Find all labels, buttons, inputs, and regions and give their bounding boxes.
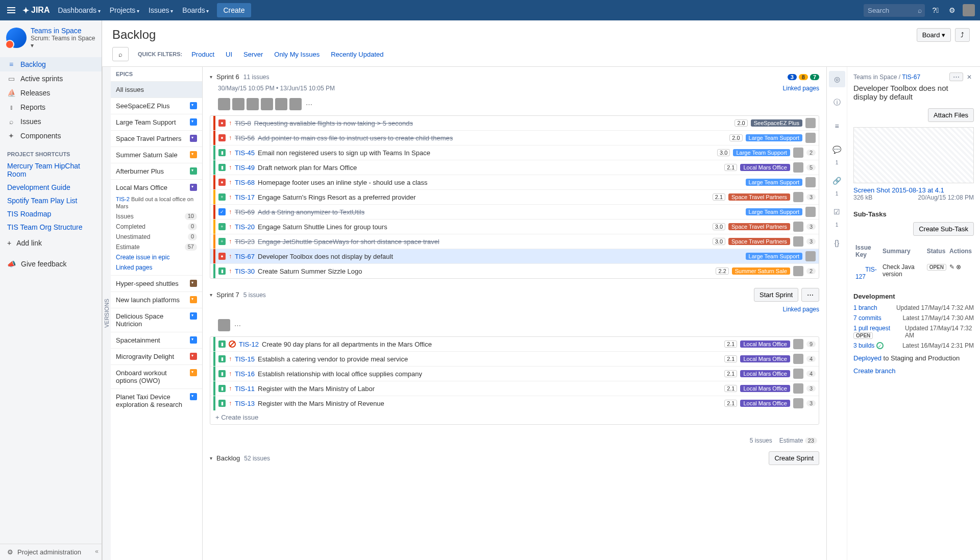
epic-linked-pages[interactable]: Linked pages — [116, 264, 197, 271]
issue-assignee-avatar[interactable] — [793, 354, 803, 364]
detail-tab-details-icon[interactable]: ◎ — [829, 71, 845, 87]
issue-epic-tag[interactable]: Large Team Support — [733, 149, 790, 156]
sprint-member-avatar[interactable] — [218, 319, 230, 331]
start-sprint-button[interactable]: Start Sprint — [754, 288, 798, 302]
issue-assignee-avatar[interactable] — [793, 266, 803, 276]
issue-row[interactable]: ▮↑TIS-16Establish relationship with loca… — [210, 366, 819, 381]
sprint-member-avatar[interactable] — [232, 98, 244, 110]
issue-key[interactable]: TIS-68 — [235, 179, 255, 186]
epic-color-chip[interactable] — [190, 151, 197, 158]
nav-issues[interactable]: Issues — [145, 4, 176, 16]
issue-assignee-avatar[interactable] — [793, 222, 803, 232]
issue-assignee-avatar[interactable] — [805, 251, 816, 261]
create-sprint-button[interactable]: Create Sprint — [769, 451, 819, 465]
sprint-member-avatar[interactable] — [218, 98, 230, 110]
detail-tab-comments-icon[interactable]: 💬 — [829, 141, 845, 158]
sprint-member-avatar[interactable] — [247, 98, 259, 110]
epic-item[interactable]: Delicious Space Nutricion — [111, 308, 202, 332]
issue-key[interactable]: TIS-49 — [235, 164, 255, 172]
epic-color-chip[interactable] — [190, 118, 197, 126]
issue-assignee-avatar[interactable] — [805, 118, 816, 128]
epic-item[interactable]: SeeSpaceEZ Plus — [111, 98, 202, 114]
sprint-actions-menu[interactable]: ⋯ — [801, 288, 819, 302]
shortcut-link[interactable]: Mercury Team HipChat Room — [0, 159, 102, 181]
issue-row[interactable]: ▮↑TIS-11Register with the Mars Ministry … — [210, 381, 819, 396]
sidebar-issues[interactable]: ⌕Issues — [0, 114, 102, 129]
filter-server[interactable]: Server — [243, 51, 263, 58]
subtask-row[interactable]: TIS-127 Check Java version OPEN ✎ ⊗ — [854, 261, 973, 282]
project-header[interactable]: Teams in Space Scrum: Teams in Space ▾ — [0, 20, 102, 55]
create-branch-link[interactable]: Create branch — [853, 367, 895, 375]
sidebar-active-sprints[interactable]: ▭Active sprints — [0, 71, 102, 86]
delete-icon[interactable]: ⊗ — [956, 263, 961, 271]
issue-key[interactable]: TIS-23 — [235, 238, 255, 246]
issue-row[interactable]: ▮TIS-12Create 90 day plans for all depar… — [210, 337, 819, 351]
shortcut-link[interactable]: Development Guide — [0, 181, 102, 194]
issue-epic-tag[interactable]: Local Mars Office — [740, 400, 790, 407]
issue-row[interactable]: ▮↑TIS-30Create Saturn Summer Sizzle Logo… — [210, 263, 819, 278]
add-link[interactable]: +Add link — [0, 234, 102, 250]
issue-key[interactable]: TIS-67 — [235, 253, 255, 260]
epic-item[interactable]: Large Team Support — [111, 114, 202, 130]
sprint-member-avatar[interactable] — [289, 98, 302, 110]
sprint-toggle-icon[interactable]: ▾ — [210, 292, 212, 298]
epic-item[interactable]: Afterburner Plus — [111, 163, 202, 179]
epic-color-chip[interactable] — [190, 369, 197, 376]
epic-color-chip[interactable] — [190, 312, 197, 320]
issue-assignee-avatar[interactable] — [793, 369, 803, 379]
attachment-thumbnail[interactable] — [853, 127, 974, 183]
issue-key[interactable]: TIS-20 — [235, 223, 255, 231]
epic-color-chip[interactable] — [190, 102, 197, 109]
issue-assignee-avatar[interactable] — [793, 148, 803, 158]
issue-epic-tag[interactable]: Local Mars Office — [740, 355, 790, 362]
shortcut-link[interactable]: TIS Roadmap — [0, 207, 102, 221]
collapse-sidebar-icon[interactable]: « — [95, 548, 99, 555]
issue-epic-tag[interactable]: Local Mars Office — [740, 164, 790, 171]
issue-assignee-avatar[interactable] — [805, 177, 816, 187]
sprint-member-avatar[interactable] — [261, 98, 273, 110]
detail-crumb-key[interactable]: TIS-67 — [902, 74, 920, 81]
create-subtask-button[interactable]: Create Sub-Task — [913, 222, 974, 236]
sidebar-backlog[interactable]: ≡Backlog — [0, 57, 102, 71]
epic-item[interactable]: Planet Taxi Device exploration & researc… — [111, 388, 202, 412]
epic-color-chip[interactable] — [190, 184, 197, 191]
create-button[interactable]: Create — [217, 3, 251, 17]
issue-epic-tag[interactable]: Large Team Support — [746, 208, 802, 215]
epic-item[interactable]: New launch platforms — [111, 291, 202, 308]
issue-epic-tag[interactable]: SeeSpaceEZ Plus — [751, 119, 802, 127]
board-dropdown[interactable]: Board ▾ — [917, 28, 951, 42]
detail-actions-menu[interactable]: ⋯ — [949, 72, 963, 81]
issue-key[interactable]: TIS-69 — [235, 208, 255, 216]
epic-expanded[interactable]: Local Mars Office — [111, 179, 202, 196]
issue-row[interactable]: ▮↑TIS-45Email non registered users to si… — [210, 145, 819, 160]
detail-tab-subtasks-icon[interactable]: ☑ — [829, 204, 845, 220]
epic-item[interactable]: Summer Saturn Sale — [111, 147, 202, 163]
detail-tab-description-icon[interactable]: ≡ — [829, 118, 845, 134]
issue-row[interactable]: +↑TIS-23Engage JetShuttle SpaceWays for … — [210, 234, 819, 249]
help-icon[interactable]: ?⃝ — [930, 5, 941, 16]
sidebar-releases[interactable]: ⛵Releases — [0, 86, 102, 100]
issue-assignee-avatar[interactable] — [805, 133, 816, 143]
epic-item[interactable]: Hyper-speed shuttles — [111, 275, 202, 291]
jira-logo[interactable]: ✦JIRA — [22, 6, 50, 15]
issue-epic-tag[interactable]: Space Travel Partners — [728, 238, 790, 245]
issue-row[interactable]: +↑TIS-17Engage Saturn's Rings Resort as … — [210, 189, 819, 204]
issue-epic-tag[interactable]: Space Travel Partners — [728, 193, 790, 201]
issue-row[interactable]: ●↑TIS-8Requesting avaliable flights is n… — [210, 116, 819, 130]
issue-row[interactable]: ▮↑TIS-13Register with the Mars Ministry … — [210, 396, 819, 410]
shortcut-link[interactable]: Spotify Team Play List — [0, 194, 102, 207]
epic-color-chip[interactable] — [190, 336, 197, 344]
sprint-toggle-icon[interactable]: ▾ — [210, 74, 212, 80]
create-issue-row[interactable]: + Create issue — [210, 410, 819, 424]
attachment-name[interactable]: Screen Shot 2015-08-13 at 4.1 — [853, 186, 944, 194]
issue-epic-tag[interactable]: Large Team Support — [746, 253, 802, 260]
sidebar-reports[interactable]: ⫾Reports — [0, 100, 102, 114]
backlog-toggle-icon[interactable]: ▾ — [210, 455, 212, 461]
nav-projects[interactable]: Projects — [107, 4, 142, 16]
global-search-input[interactable] — [864, 4, 925, 17]
dev-link[interactable]: 1 pull request — [853, 325, 890, 332]
filter-product[interactable]: Product — [191, 51, 214, 58]
sidebar-components[interactable]: ✦Components — [0, 129, 102, 143]
epic-item[interactable]: Spacetainment — [111, 332, 202, 348]
epic-item[interactable]: Onboard workout options (OWO) — [111, 364, 202, 388]
